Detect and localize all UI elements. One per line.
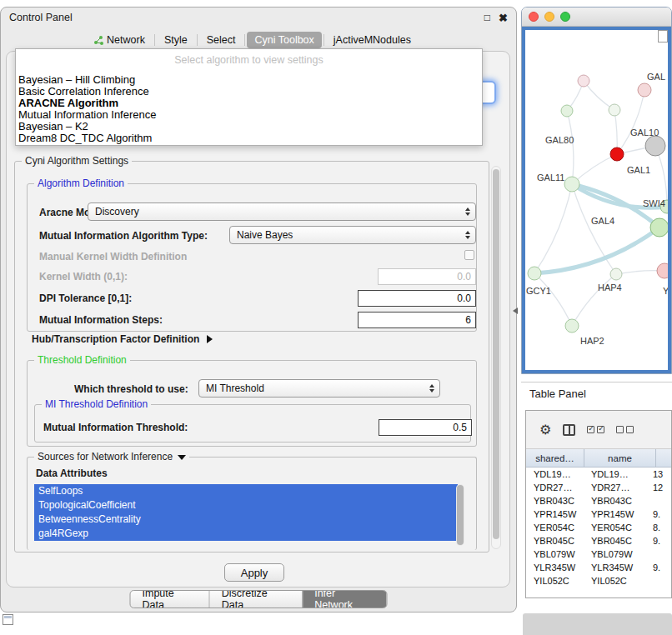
- network-node[interactable]: [610, 148, 624, 161]
- sources-toggle[interactable]: Sources for Network Inference: [34, 451, 189, 462]
- column-header-name[interactable]: name: [584, 449, 656, 467]
- tab-infer-network[interactable]: Infer Network: [302, 591, 386, 608]
- dpi-tolerance-field[interactable]: 0.0: [358, 290, 476, 307]
- data-attribute-item[interactable]: SelfLoops: [34, 484, 458, 498]
- data-attributes-list[interactable]: SelfLoopsTopologicalCoefficientBetweenne…: [34, 484, 466, 546]
- mi-threshold-field[interactable]: 0.5: [379, 419, 472, 436]
- network-node[interactable]: [657, 263, 668, 278]
- algorithm-definition-group: Algorithm Definition Aracne Mode: Discov…: [27, 183, 477, 332]
- network-edge[interactable]: [572, 154, 617, 184]
- algorithm-option[interactable]: Bayesian – K2: [16, 121, 482, 132]
- attributes-scrollbar[interactable]: [456, 484, 464, 546]
- network-node-label: GCY1: [526, 286, 551, 296]
- close-traffic-light[interactable]: [529, 12, 539, 22]
- close-icon[interactable]: ✖: [499, 12, 508, 24]
- select-all-checkboxes-icon[interactable]: [587, 426, 604, 433]
- tab-label: Style: [164, 34, 188, 46]
- tab-impute-data[interactable]: Impute Data: [131, 591, 209, 608]
- float-window-icon[interactable]: □: [484, 12, 490, 24]
- collapsed-panel-icon[interactable]: [3, 614, 13, 625]
- tab-cyni-toolbox[interactable]: Cyni Toolbox: [247, 32, 321, 48]
- network-node[interactable]: [610, 268, 622, 280]
- network-node[interactable]: [561, 105, 573, 117]
- table-row[interactable]: YIL052CYIL052C: [526, 574, 671, 588]
- network-edge[interactable]: [584, 81, 614, 110]
- control-panel-titlebar[interactable]: Control Panel □ ✖: [1, 8, 516, 28]
- mi-steps-field[interactable]: 6: [358, 312, 476, 328]
- network-node[interactable]: [578, 75, 589, 87]
- data-attribute-item[interactable]: BetweennessCentrality: [34, 512, 458, 527]
- network-edge[interactable]: [567, 111, 574, 184]
- table-cell: 9.: [653, 509, 671, 519]
- kernel-width-field[interactable]: 0.0: [378, 268, 476, 285]
- table-row[interactable]: YPR145WYPR145W9.: [526, 508, 671, 521]
- expanded-arrow-icon: [178, 455, 186, 460]
- table-row[interactable]: YDL19…YDL19…13: [526, 468, 671, 481]
- gear-icon[interactable]: ⚙: [539, 422, 551, 438]
- table-cell: YBL079W: [584, 549, 653, 559]
- network-node-label: HAP2: [580, 336, 604, 346]
- column-header-shared-name[interactable]: shared…: [526, 449, 584, 467]
- aracne-mode-select[interactable]: Discovery: [88, 202, 476, 221]
- table-toolbar: ⚙: [526, 411, 671, 449]
- manual-kernel-checkbox[interactable]: [464, 250, 474, 260]
- mi-type-select[interactable]: Naive Bayes: [229, 226, 476, 244]
- algorithm-option[interactable]: ARACNE Algorithm: [16, 98, 482, 109]
- network-node[interactable]: [609, 104, 620, 116]
- network-node[interactable]: [528, 267, 541, 280]
- deselect-all-checkboxes-icon[interactable]: [616, 426, 634, 433]
- panel-splitter-arrow[interactable]: [513, 308, 518, 314]
- settings-scrollbar[interactable]: [491, 166, 501, 549]
- bottom-panel-corner: [523, 613, 672, 635]
- network-edge[interactable]: [617, 90, 644, 154]
- network-node[interactable]: [638, 83, 651, 97]
- table-cell: YDL19…: [584, 469, 653, 479]
- network-edge[interactable]: [534, 228, 659, 273]
- which-threshold-select[interactable]: MI Threshold: [198, 379, 440, 398]
- zoom-traffic-light[interactable]: [560, 12, 570, 22]
- tab-discretize-data[interactable]: Discretize Data: [209, 591, 302, 608]
- table-row[interactable]: YBL079WYBL079W: [526, 548, 671, 561]
- data-attribute-item[interactable]: gal4RGexp: [34, 527, 458, 541]
- table-row[interactable]: YBR045CYBR045C9.: [526, 534, 671, 548]
- algorithm-option[interactable]: Bayesian – Hill Climbing: [16, 74, 482, 86]
- settings-scrollbar-thumb[interactable]: [493, 169, 499, 539]
- apply-button[interactable]: Apply: [224, 563, 284, 582]
- network-node[interactable]: [564, 177, 579, 192]
- hub-definition-toggle[interactable]: Hub/Transcription Factor Definition: [32, 333, 213, 345]
- group-title: MI Threshold Definition: [42, 398, 151, 410]
- table-row[interactable]: YDR27…YDR27…12: [526, 481, 671, 494]
- minimize-traffic-light[interactable]: [544, 12, 554, 22]
- network-edge[interactable]: [534, 273, 572, 326]
- table-row[interactable]: YER054CYER054C8.: [526, 521, 671, 534]
- network-node[interactable]: [645, 136, 665, 156]
- columns-icon[interactable]: [563, 424, 575, 436]
- field-value: 6: [465, 314, 471, 326]
- table-cell: YBR043C: [584, 496, 653, 506]
- birdseye-widget[interactable]: [658, 30, 668, 42]
- table-row[interactable]: YLR345WYLR345W9.: [526, 561, 671, 574]
- tab-label: Select: [207, 34, 236, 46]
- network-window-titlebar[interactable]: [522, 8, 671, 27]
- tab-jactivemnodules[interactable]: jActiveMNodules: [326, 32, 419, 48]
- tab-select[interactable]: Select: [199, 32, 243, 48]
- tab-style[interactable]: Style: [157, 32, 195, 48]
- algorithm-option[interactable]: Dream8 DC_TDC Algorithm: [16, 132, 482, 144]
- network-canvas[interactable]: GALGAL80GAL10GAL11GAL1SWI4GAL4GCY1HAP4YH…: [525, 30, 668, 365]
- network-node[interactable]: [565, 319, 579, 332]
- kernel-width-label: Kernel Width (0,1):: [39, 271, 128, 282]
- table-cell: YIL052C: [526, 576, 584, 586]
- network-node[interactable]: [650, 218, 668, 237]
- tab-network[interactable]: Network: [87, 32, 153, 48]
- network-edge[interactable]: [534, 184, 572, 273]
- table-row[interactable]: YBR043CYBR043C: [526, 494, 671, 508]
- tab-label: jActiveMNodules: [333, 34, 411, 46]
- network-node-label: HAP4: [598, 282, 622, 292]
- bottom-tab-bar: Impute Data Discretize Data Infer Networ…: [130, 590, 388, 608]
- mi-threshold-group: MI Threshold Definition Mutual Informati…: [34, 404, 471, 442]
- column-header-extra[interactable]: [656, 449, 671, 467]
- algorithm-option[interactable]: Basic Correlation Inference: [16, 86, 482, 98]
- field-value: 0.5: [453, 422, 467, 433]
- algorithm-option[interactable]: Mutual Information Inference: [16, 109, 482, 121]
- data-attribute-item[interactable]: TopologicalCoefficient: [34, 498, 458, 512]
